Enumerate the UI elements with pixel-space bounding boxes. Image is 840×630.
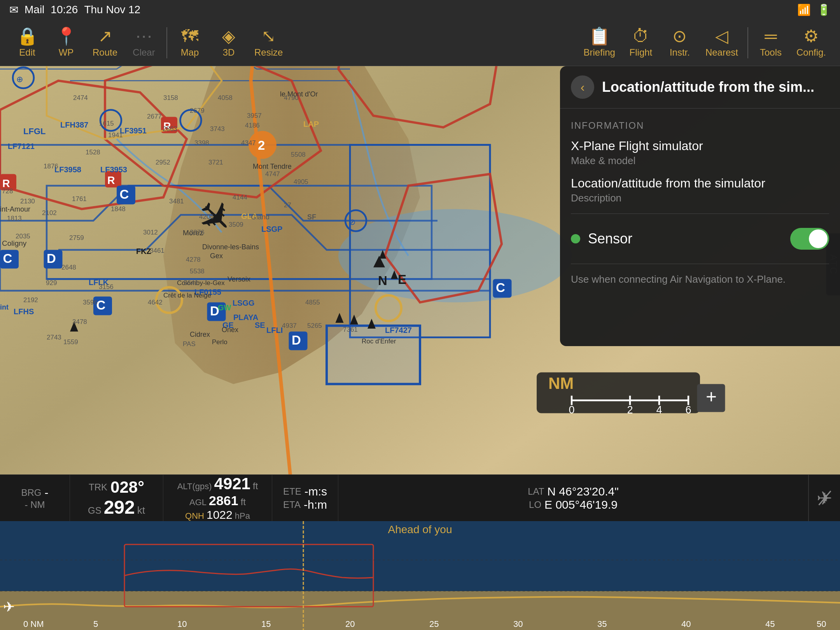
svg-text:D: D bbox=[47, 251, 56, 266]
svg-text:R: R bbox=[2, 178, 10, 189]
mail-icon: ✉ bbox=[9, 4, 18, 16]
nearest-label: Nearest bbox=[705, 47, 738, 58]
svg-text:D: D bbox=[292, 333, 301, 347]
alt-gps-label: ALT(gps) bbox=[177, 481, 212, 492]
info-section-label: INFORMATION bbox=[571, 120, 829, 131]
instr-button[interactable]: ⊙ Instr. bbox=[660, 24, 699, 61]
sensor-row: Sensor bbox=[571, 222, 829, 256]
svg-text:⊘: ⊘ bbox=[349, 217, 356, 226]
qnh-label: QNH bbox=[185, 511, 204, 521]
svg-text:N: N bbox=[378, 273, 387, 288]
svg-text:30: 30 bbox=[513, 619, 523, 629]
description-title: Location/attitude from the simulator bbox=[571, 176, 829, 191]
svg-text:C: C bbox=[3, 251, 12, 266]
svg-text:0: 0 bbox=[569, 404, 575, 416]
resize-label: Resize bbox=[254, 47, 283, 58]
status-left: ✉ Mail 10:26 Thu Nov 12 bbox=[9, 4, 140, 16]
trk-label: TRK bbox=[89, 482, 107, 493]
threed-label: 3D bbox=[223, 47, 235, 58]
threed-icon: ◈ bbox=[222, 28, 235, 45]
resize-icon: ⤡ bbox=[261, 28, 276, 45]
instr-label: Instr. bbox=[670, 47, 690, 58]
agl-label: AGL bbox=[189, 497, 206, 508]
wp-button[interactable]: 📍 WP bbox=[47, 24, 86, 61]
svg-text:45: 45 bbox=[765, 619, 775, 629]
agl-value: 2861 bbox=[209, 493, 238, 508]
route-label: Route bbox=[93, 47, 117, 58]
clear-button[interactable]: ⋯ Clear bbox=[124, 24, 163, 61]
profile-airplane-icon: ✈ bbox=[3, 599, 15, 615]
description-row: Location/attitude from the simulator Des… bbox=[571, 176, 829, 204]
briefing-button[interactable]: 📋 Briefing bbox=[578, 24, 621, 61]
panel: ‹ Location/attitude from the sim... INFO… bbox=[560, 66, 840, 346]
divider-1 bbox=[571, 214, 829, 214]
gs-label: GS bbox=[88, 505, 102, 516]
svg-text:C: C bbox=[120, 187, 129, 201]
map-icon: 🗺 bbox=[181, 28, 198, 45]
lat-label: LAT bbox=[528, 486, 544, 497]
eta-value: -h:m bbox=[304, 498, 327, 511]
tools-label: Tools bbox=[760, 47, 782, 58]
config-button[interactable]: ⚙ Config. bbox=[790, 24, 832, 61]
map-label: Map bbox=[181, 47, 199, 58]
svg-rect-67 bbox=[0, 591, 840, 630]
flight-button[interactable]: ⏱ Flight bbox=[621, 24, 660, 61]
instr-icon: ⊙ bbox=[672, 28, 687, 45]
svg-text:50: 50 bbox=[817, 619, 826, 629]
make-model-subtitle: Make & model bbox=[571, 155, 829, 167]
no-signal-indicator: ✈̸ bbox=[808, 475, 840, 521]
wifi-icon: 📶 bbox=[797, 4, 811, 16]
latlon-section: LAT N 46°23'20.4" LO E 005°46'19.9 bbox=[338, 475, 808, 521]
edit-label: Edit bbox=[19, 47, 35, 58]
gs-value: 292 bbox=[104, 497, 135, 518]
route-button[interactable]: ↗ Route bbox=[86, 24, 124, 61]
config-icon: ⚙ bbox=[803, 28, 819, 45]
lock-icon: 🔒 bbox=[17, 28, 38, 45]
nearest-icon: ◁ bbox=[715, 28, 728, 45]
svg-text:R: R bbox=[107, 175, 115, 186]
nearest-button[interactable]: ◁ Nearest bbox=[699, 24, 744, 61]
svg-text:35: 35 bbox=[597, 619, 607, 629]
resize-button[interactable]: ⤡ Resize bbox=[248, 24, 289, 61]
svg-text:⊕: ⊕ bbox=[16, 75, 23, 84]
no-signal-icon: ✈̸ bbox=[817, 487, 832, 509]
svg-text:C: C bbox=[96, 298, 106, 312]
date: Thu Nov 12 bbox=[84, 4, 140, 16]
edit-button[interactable]: 🔒 Edit bbox=[8, 24, 47, 61]
svg-text:NM: NM bbox=[548, 374, 574, 392]
ete-label: ETE bbox=[283, 486, 301, 497]
qnh-value: 1022 bbox=[206, 508, 233, 522]
time: 10:26 bbox=[51, 4, 78, 16]
sensor-left: Sensor bbox=[571, 231, 632, 247]
divider-2 bbox=[571, 264, 829, 264]
map-button[interactable]: 🗺 Map bbox=[170, 24, 209, 61]
lat-value: N 46°23'20.4" bbox=[547, 485, 619, 498]
sensor-toggle[interactable] bbox=[790, 228, 829, 250]
battery-icon: 🔋 bbox=[817, 4, 831, 16]
svg-text:10: 10 bbox=[177, 619, 187, 629]
gs-unit: kt bbox=[137, 504, 145, 516]
toolbar: 🔒 Edit 📍 WP ↗ Route ⋯ Clear 🗺 Map ◈ 3D ⤡… bbox=[0, 19, 840, 66]
tools-button[interactable]: ═ Tools bbox=[751, 24, 790, 61]
svg-text:25: 25 bbox=[429, 619, 439, 629]
briefing-label: Briefing bbox=[584, 47, 615, 58]
svg-text:C: C bbox=[496, 280, 505, 295]
alt-gps-unit: ft bbox=[253, 481, 258, 492]
panel-header: ‹ Location/attitude from the sim... bbox=[560, 66, 840, 108]
status-right: 📶 🔋 bbox=[797, 4, 831, 16]
flight-label: Flight bbox=[630, 47, 653, 58]
app-name: Mail bbox=[24, 4, 44, 16]
flight-icon: ⏱ bbox=[632, 28, 649, 45]
status-bar: ✉ Mail 10:26 Thu Nov 12 📶 🔋 bbox=[0, 0, 840, 19]
trk-section: TRK 028° GS 292 kt bbox=[70, 475, 163, 521]
svg-text:40: 40 bbox=[681, 619, 691, 629]
brg-section: BRG - - NM bbox=[0, 475, 70, 521]
panel-body: INFORMATION X-Plane Flight simulator Mak… bbox=[560, 108, 840, 346]
svg-text:15: 15 bbox=[261, 619, 271, 629]
description-subtitle: Description bbox=[571, 192, 829, 204]
panel-back-button[interactable]: ‹ bbox=[571, 75, 594, 99]
bottom-data-bar: BRG - - NM TRK 028° GS 292 kt ALT(gps) 4… bbox=[0, 474, 840, 521]
profile-strip: Ahead of you Max: 3,200 ft 4000 2000 ft … bbox=[0, 521, 840, 630]
svg-text:4: 4 bbox=[656, 404, 662, 416]
threed-button[interactable]: ◈ 3D bbox=[209, 24, 248, 61]
